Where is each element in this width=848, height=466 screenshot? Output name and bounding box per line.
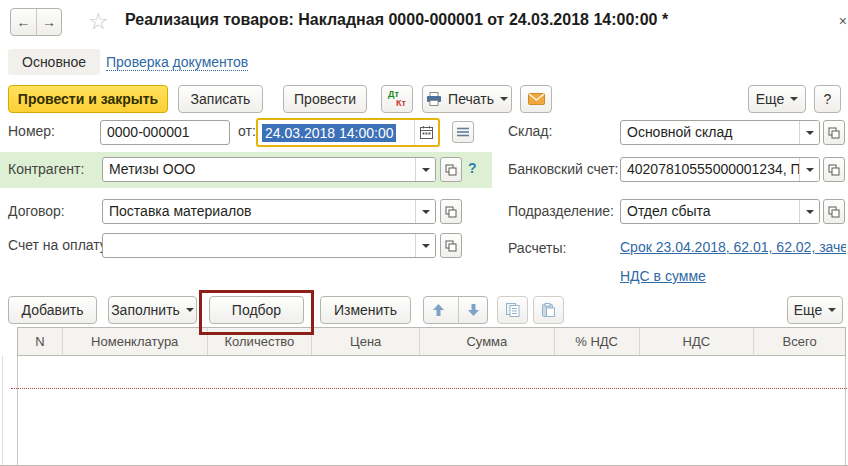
invoice-value bbox=[103, 234, 415, 257]
edit-row-button[interactable]: Изменить bbox=[320, 296, 411, 324]
number-input[interactable]: 0000-000001 bbox=[100, 120, 230, 145]
copy-button[interactable] bbox=[497, 296, 528, 324]
bank-account-combobox[interactable]: 40207810555000001234, ПАО bbox=[620, 157, 820, 182]
column-header-amount: Сумма bbox=[420, 328, 555, 355]
items-table-header: N Номенклатура Количество Цена Сумма % Н… bbox=[17, 327, 846, 356]
counterparty-dropdown-button[interactable] bbox=[415, 158, 435, 181]
save-button[interactable]: Записать bbox=[178, 85, 263, 113]
counterparty-help-link[interactable]: ? bbox=[468, 160, 477, 176]
history-nav: ← → bbox=[10, 8, 62, 36]
calendar-button[interactable] bbox=[414, 120, 438, 145]
open-icon bbox=[828, 164, 840, 176]
paste-button[interactable] bbox=[533, 296, 564, 324]
number-label: Номер: bbox=[8, 123, 55, 139]
department-value: Отдел сбыта bbox=[621, 200, 799, 223]
print-caret-icon bbox=[500, 97, 508, 101]
vat-mode-link[interactable]: НДС в сумме bbox=[620, 268, 706, 284]
chevron-down-icon bbox=[422, 244, 430, 248]
forward-button[interactable]: → bbox=[36, 9, 61, 35]
open-icon bbox=[445, 206, 457, 218]
mail-button[interactable] bbox=[520, 85, 552, 113]
help-button[interactable]: ? bbox=[814, 85, 841, 113]
settlements-label: Расчеты: bbox=[508, 240, 566, 256]
tab-main[interactable]: Основное bbox=[8, 49, 100, 75]
chevron-down-icon bbox=[806, 168, 814, 172]
fill-button[interactable]: Заполнить bbox=[108, 296, 197, 324]
counterparty-value: Метизы ООО bbox=[103, 158, 415, 181]
empty-row-indicator-line bbox=[11, 388, 847, 389]
down-arrow-icon bbox=[468, 304, 479, 316]
warehouse-dropdown-button[interactable] bbox=[799, 121, 819, 144]
page-title: Реализация товаров: Накладная 0000-00000… bbox=[125, 11, 668, 29]
contract-combobox[interactable]: Поставка материалов bbox=[102, 199, 436, 224]
bank-account-open-button[interactable] bbox=[823, 157, 845, 182]
printer-icon bbox=[426, 92, 442, 106]
up-arrow-icon bbox=[433, 304, 444, 316]
more-top-label: Еще bbox=[756, 91, 785, 107]
department-combobox[interactable]: Отдел сбыта bbox=[620, 199, 820, 224]
move-up-button[interactable] bbox=[424, 296, 452, 324]
department-open-button[interactable] bbox=[823, 199, 845, 224]
contract-label: Договор: bbox=[8, 203, 65, 219]
fill-label: Заполнить bbox=[111, 302, 180, 318]
settlements-terms-link[interactable]: Срок 23.04.2018, 62.01, 62.02, заче... bbox=[620, 239, 846, 255]
invoice-combobox[interactable] bbox=[102, 233, 436, 258]
bank-account-label: Банковский счет: bbox=[508, 161, 618, 177]
open-icon bbox=[828, 206, 840, 218]
add-row-button[interactable]: Добавить bbox=[8, 296, 97, 324]
back-arrow-icon: ← bbox=[17, 14, 31, 30]
tab-documents-check[interactable]: Проверка документов bbox=[106, 54, 248, 71]
invoice-label: Счет на оплату: bbox=[8, 237, 111, 253]
move-buttons bbox=[423, 296, 488, 324]
back-button[interactable]: ← bbox=[11, 9, 36, 35]
calendar-icon bbox=[420, 126, 433, 139]
column-header-vat-percent: % НДС bbox=[555, 328, 640, 355]
counterparty-label: Контрагент: bbox=[8, 161, 84, 177]
move-down-button[interactable] bbox=[458, 296, 487, 324]
kt-label: Кт bbox=[396, 99, 406, 108]
contract-open-button[interactable] bbox=[440, 199, 462, 224]
items-table-body[interactable] bbox=[17, 356, 846, 465]
chevron-down-icon bbox=[422, 210, 430, 214]
forward-arrow-icon: → bbox=[42, 14, 56, 30]
dtkt-icon: Дт Кт bbox=[388, 90, 406, 108]
post-label: Провести bbox=[294, 91, 356, 107]
counterparty-combobox[interactable]: Метизы ООО bbox=[102, 157, 436, 182]
column-header-price: Цена bbox=[312, 328, 420, 355]
chevron-down-icon bbox=[422, 168, 430, 172]
department-label: Подразделение: bbox=[508, 203, 614, 219]
related-list-button[interactable] bbox=[452, 121, 474, 143]
close-icon[interactable]: × bbox=[839, 13, 847, 29]
pick-button[interactable]: Подбор bbox=[209, 296, 304, 324]
bank-account-dropdown-button[interactable] bbox=[799, 158, 819, 181]
favorite-star-icon[interactable]: ☆ bbox=[88, 8, 109, 35]
contract-value: Поставка материалов bbox=[103, 200, 415, 223]
invoice-open-button[interactable] bbox=[440, 233, 462, 258]
chevron-down-icon bbox=[806, 210, 814, 214]
post-and-close-button[interactable]: Провести и закрыть bbox=[8, 85, 168, 113]
add-label: Добавить bbox=[22, 302, 84, 318]
column-header-nomenclature: Номенклатура bbox=[63, 328, 208, 355]
counterparty-open-button[interactable] bbox=[440, 157, 462, 182]
warehouse-value: Основной склад bbox=[621, 121, 799, 144]
warehouse-label: Склад: bbox=[508, 123, 552, 139]
invoice-dropdown-button[interactable] bbox=[415, 234, 435, 257]
department-dropdown-button[interactable] bbox=[799, 200, 819, 223]
more-button-items[interactable]: Еще bbox=[787, 296, 843, 324]
date-label: от: bbox=[238, 123, 256, 139]
open-icon bbox=[445, 164, 457, 176]
print-label: Печать bbox=[448, 91, 494, 107]
more-button-top[interactable]: Еще bbox=[748, 85, 806, 113]
post-button[interactable]: Провести bbox=[283, 85, 367, 113]
column-header-quantity: Количество bbox=[208, 328, 313, 355]
date-input[interactable]: 24.03.2018 14:00:00 bbox=[256, 118, 440, 147]
contract-dropdown-button[interactable] bbox=[415, 200, 435, 223]
print-button[interactable]: Печать bbox=[422, 85, 512, 113]
warehouse-open-button[interactable] bbox=[823, 120, 845, 145]
more-items-label: Еще bbox=[794, 302, 823, 318]
column-header-n: N bbox=[18, 328, 63, 355]
warehouse-combobox[interactable]: Основной склад bbox=[620, 120, 820, 145]
more-items-caret-icon bbox=[828, 308, 836, 312]
dtkt-button[interactable]: Дт Кт bbox=[381, 85, 413, 113]
bank-account-value: 40207810555000001234, ПАО bbox=[621, 158, 799, 181]
